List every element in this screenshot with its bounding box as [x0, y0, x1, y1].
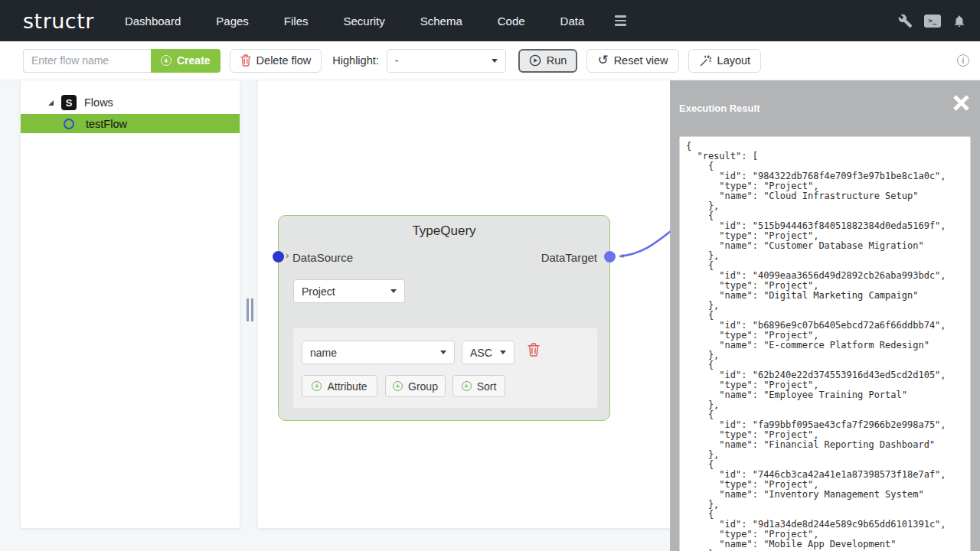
- structr-s-icon: S: [61, 95, 77, 110]
- layout-button[interactable]: Layout: [688, 49, 762, 73]
- datatarget-port[interactable]: [604, 251, 616, 262]
- reset-icon: ↺: [597, 54, 608, 67]
- delete-flow-label: Delete flow: [256, 54, 312, 67]
- tree-flow-label: testFlow: [86, 118, 127, 130]
- nav-right-icons: >_: [898, 14, 966, 28]
- chevron-down-icon: [390, 289, 397, 293]
- tree-root-label: Flows: [84, 96, 113, 109]
- main-nav: Dashboard Pages Files Security Schema Co…: [125, 15, 584, 28]
- wrench-icon[interactable]: [898, 14, 913, 28]
- delete-flow-button[interactable]: Delete flow: [230, 49, 322, 73]
- add-group-label: Group: [408, 380, 438, 393]
- add-attribute-button[interactable]: + Attribute: [302, 375, 377, 397]
- plus-circle-icon: +: [312, 381, 322, 391]
- close-icon[interactable]: [951, 93, 972, 113]
- flows-sidebar: S Flows testFlow: [21, 80, 240, 528]
- sort-attribute-select[interactable]: name: [302, 341, 455, 364]
- highlight-label: Highlight:: [332, 54, 378, 67]
- nav-item-files[interactable]: Files: [284, 15, 309, 28]
- execution-result-panel: Execution Result { "result": [ { "id": "…: [670, 80, 980, 551]
- execution-result-title: Execution Result: [679, 103, 760, 114]
- nav-item-pages[interactable]: Pages: [216, 15, 249, 28]
- run-label: Run: [547, 54, 567, 67]
- create-flow-button[interactable]: + Create: [151, 49, 220, 73]
- magic-wand-icon: [699, 54, 712, 67]
- nav-item-code[interactable]: Code: [498, 15, 525, 28]
- sort-order-value: ASC: [470, 347, 492, 359]
- sort-section: name ASC + Attribute: [293, 328, 597, 408]
- structr-logo: structr: [23, 9, 94, 33]
- add-group-button[interactable]: + Group: [385, 375, 446, 397]
- highlight-select[interactable]: -: [387, 49, 506, 73]
- chevron-down-icon: [500, 350, 506, 354]
- terminal-icon[interactable]: >_: [924, 15, 941, 28]
- flow-toolbar: + Create Delete flow Highlight: - Run ↺ …: [0, 41, 980, 80]
- tree-item-testflow[interactable]: testFlow: [21, 114, 240, 133]
- play-circle-icon: [529, 54, 541, 67]
- port-chevron-icon: ›: [622, 249, 625, 261]
- info-icon[interactable]: i: [957, 54, 969, 67]
- type-select[interactable]: Project: [293, 279, 405, 303]
- highlight-selected-value: -: [395, 54, 399, 67]
- port-chevron-icon: ›: [286, 249, 289, 261]
- hamburger-menu-icon[interactable]: [615, 15, 626, 26]
- layout-label: Layout: [717, 54, 751, 67]
- node-title: TypeQuery: [279, 216, 609, 239]
- nav-item-schema[interactable]: Schema: [420, 15, 462, 28]
- sort-order-select[interactable]: ASC: [462, 341, 514, 364]
- plus-circle-icon: +: [393, 381, 403, 391]
- bell-icon[interactable]: [952, 14, 966, 28]
- tree-expand-icon[interactable]: [48, 100, 54, 106]
- flow-canvas[interactable]: TypeQuery › DataSource DataTarget › Proj…: [258, 80, 671, 528]
- add-sort-label: Sort: [477, 380, 497, 393]
- add-attribute-label: Attribute: [327, 380, 367, 393]
- flow-node-circle-icon: [64, 119, 74, 129]
- chevron-down-icon: [492, 59, 498, 63]
- tree-root-flows[interactable]: S Flows: [21, 80, 240, 111]
- sort-attribute-value: name: [310, 347, 337, 359]
- panel-resize-handle[interactable]: [247, 298, 253, 321]
- add-sort-button[interactable]: + Sort: [452, 375, 505, 397]
- remove-sort-button[interactable]: [528, 343, 540, 359]
- nav-item-data[interactable]: Data: [560, 15, 585, 28]
- plus-circle-icon: +: [161, 55, 172, 66]
- run-button[interactable]: Run: [518, 49, 578, 73]
- trash-icon: [240, 54, 251, 67]
- top-nav: structr Dashboard Pages Files Security S…: [0, 0, 980, 41]
- type-selected-value: Project: [302, 285, 335, 298]
- datasource-port-label: DataSource: [292, 251, 353, 264]
- create-flow-label: Create: [177, 54, 211, 67]
- nav-item-dashboard[interactable]: Dashboard: [125, 15, 181, 28]
- reset-view-label: Reset view: [614, 54, 668, 67]
- chevron-down-icon: [440, 350, 446, 354]
- reset-view-button[interactable]: ↺ Reset view: [586, 49, 678, 73]
- trash-icon: [528, 343, 540, 357]
- datasource-port[interactable]: [273, 251, 284, 262]
- flow-name-input[interactable]: [23, 49, 151, 73]
- nav-item-security[interactable]: Security: [344, 15, 385, 28]
- plus-circle-icon: +: [462, 381, 472, 391]
- execution-json: { "result": [ { "id": "984322db768f4e709…: [686, 142, 964, 551]
- datatarget-port-label: DataTarget: [541, 251, 597, 264]
- typequery-node[interactable]: TypeQuery › DataSource DataTarget › Proj…: [278, 215, 610, 421]
- execution-json-box[interactable]: { "result": [ { "id": "984322db768f4e709…: [679, 136, 971, 551]
